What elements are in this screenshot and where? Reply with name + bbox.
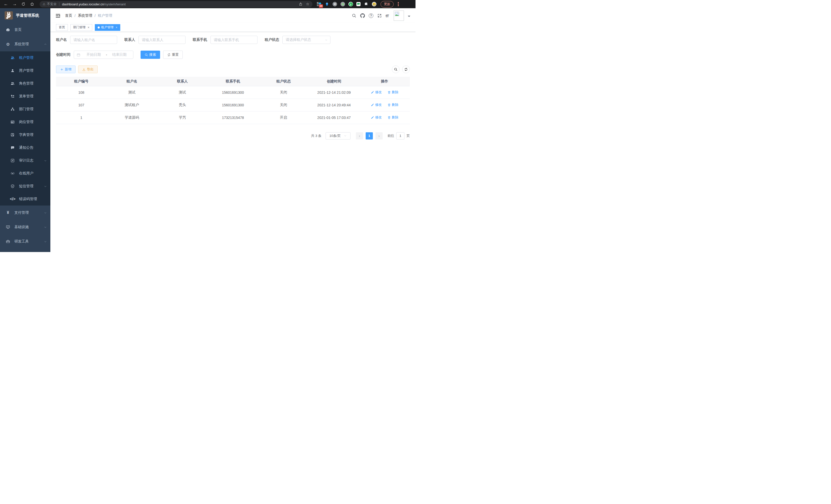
- sidebar-submenu-system: 租户管理 用户管理 角色管理 菜单管理 部门管理 岗位管理: [0, 51, 50, 206]
- edit-link[interactable]: 修改: [371, 90, 382, 94]
- tag-home[interactable]: 首页: [56, 24, 68, 31]
- sidebar-item-menu[interactable]: 菜单管理: [0, 90, 50, 103]
- delete-link[interactable]: 删除: [388, 102, 399, 107]
- search-button[interactable]: 搜索: [141, 51, 160, 59]
- contact-input[interactable]: [139, 36, 185, 44]
- sidebar-item-post[interactable]: 岗位管理: [0, 116, 50, 128]
- edit-link[interactable]: 修改: [371, 102, 382, 107]
- delete-link[interactable]: 删除: [388, 90, 399, 94]
- user-icon: [10, 68, 16, 73]
- toggle-search-circle-button[interactable]: [392, 65, 400, 73]
- breadcrumb-home[interactable]: 首页: [65, 13, 72, 18]
- github-icon[interactable]: [360, 13, 365, 18]
- chevron-down-icon: [44, 226, 47, 229]
- security-label[interactable]: 不安全: [47, 2, 57, 6]
- tag-tenant-active[interactable]: 租户管理 ×: [95, 24, 120, 31]
- export-button[interactable]: 导出: [78, 65, 98, 73]
- pencil-icon: [371, 116, 374, 119]
- monitor-icon: [5, 225, 11, 229]
- status-select[interactable]: 请选择租户状态: [282, 36, 331, 44]
- date-range-picker[interactable]: 开始日期 - 结束日期: [74, 51, 133, 59]
- share-icon[interactable]: [299, 2, 303, 6]
- page-size-select[interactable]: 10条/页: [325, 132, 350, 140]
- page-number-button[interactable]: 1: [366, 132, 373, 140]
- address-bar[interactable]: ⚠ 不安全 dashboard.yudao.iocoder.cn /system…: [39, 1, 312, 7]
- sidebar-item-payment[interactable]: ¥ 支付管理: [0, 206, 50, 220]
- sidebar-item-dev-tools[interactable]: 研发工具: [0, 234, 50, 249]
- next-page-button[interactable]: ›: [375, 132, 382, 140]
- breadcrumb-current: 租户管理: [98, 13, 112, 18]
- breadcrumb-section[interactable]: 系统管理: [78, 13, 92, 18]
- app-logo-block: 芋道管理系统: [0, 8, 50, 23]
- broadcast-user-icon: [10, 171, 16, 175]
- browser-update-button[interactable]: 更新: [380, 1, 394, 7]
- sidebar-item-error-code[interactable]: </> 错误码管理: [0, 192, 50, 206]
- col-status: 租户状态: [258, 77, 309, 86]
- col-tenant-id: 租户编号: [56, 77, 107, 86]
- fullscreen-icon[interactable]: [377, 13, 382, 18]
- refresh-icon: [167, 53, 171, 57]
- font-size-icon[interactable]: tT: [386, 13, 389, 18]
- search-form-row-1: 租户名 联系人 联系手机 租户状态 请选择租户状态: [56, 36, 410, 44]
- browser-forward-button[interactable]: →: [10, 1, 19, 7]
- sidebar-item-user[interactable]: 用户管理: [0, 64, 50, 77]
- refresh-circle-button[interactable]: [402, 65, 410, 73]
- sidebar-item-tenant[interactable]: 租户管理: [0, 51, 50, 64]
- chevron-down-icon: [344, 135, 347, 137]
- extension-yudao-icon[interactable]: y: [348, 2, 353, 6]
- tag-dept[interactable]: 部门管理 ×: [70, 24, 92, 31]
- sidebar-item-home[interactable]: 首页: [0, 23, 50, 37]
- avatar-dropdown-caret-icon[interactable]: [408, 16, 410, 18]
- chevron-down-icon: [325, 38, 327, 41]
- extension-chat-icon[interactable]: [356, 2, 361, 6]
- sidebar-item-system[interactable]: ⚙ 系统管理: [0, 37, 50, 51]
- tenant-name-input[interactable]: [70, 36, 117, 44]
- help-question-icon[interactable]: ?: [369, 13, 373, 18]
- date-end-placeholder: 结束日期: [108, 52, 131, 57]
- reset-button[interactable]: 重置: [163, 51, 183, 59]
- browser-back-button[interactable]: ←: [2, 1, 10, 7]
- pagination-total: 共 3 条: [311, 134, 321, 138]
- yen-icon: ¥: [5, 210, 11, 215]
- pagination: 共 3 条 10条/页 ‹ 1 › 前往 页: [56, 132, 410, 140]
- header-search-icon[interactable]: [352, 13, 356, 18]
- sidebar-item-role[interactable]: 角色管理: [0, 77, 50, 90]
- extension-command-icon[interactable]: ⌘: [333, 2, 337, 6]
- sidebar-item-online-users[interactable]: 在线用户: [0, 167, 50, 180]
- extensions-puzzle-icon[interactable]: [364, 2, 369, 6]
- extension-balloon-icon[interactable]: [324, 2, 329, 6]
- chevron-down-icon: [44, 185, 47, 188]
- profile-avatar-icon[interactable]: [372, 2, 376, 6]
- sidebar-item-dept[interactable]: 部门管理: [0, 103, 50, 116]
- table-header-row: 租户编号 租户名 联系人 联系手机 租户状态 创建时间 操作: [56, 77, 410, 86]
- edit-link[interactable]: 修改: [371, 115, 382, 120]
- sidebar-item-dict[interactable]: 字典管理: [0, 128, 50, 141]
- extension-tabs-icon[interactable]: 10: [317, 2, 321, 6]
- close-icon[interactable]: ×: [116, 26, 117, 29]
- sidebar-item-sms[interactable]: 短信管理: [0, 180, 50, 192]
- shield-icon: [10, 184, 16, 188]
- prev-page-button[interactable]: ‹: [356, 132, 363, 140]
- close-icon[interactable]: ×: [88, 26, 89, 29]
- tags-view-bar: 首页 部门管理 × 租户管理 ×: [50, 23, 416, 32]
- delete-link[interactable]: 删除: [388, 115, 399, 120]
- user-avatar-broken-image[interactable]: [394, 10, 404, 21]
- page-content: 租户名 联系人 联系手机 租户状态 请选择租户状态: [50, 32, 416, 252]
- add-button[interactable]: 新增: [56, 65, 76, 73]
- sidebar-item-notice[interactable]: 通知公告: [0, 141, 50, 154]
- phone-input[interactable]: [210, 36, 257, 44]
- phone-label: 联系手机: [193, 37, 207, 42]
- sidebar-item-audit-log[interactable]: 审计日志: [0, 154, 50, 167]
- page-unit-label: 页: [406, 134, 410, 138]
- bookmark-star-icon[interactable]: ☆: [306, 2, 309, 6]
- browser-reload-button[interactable]: [19, 1, 28, 7]
- goto-label: 前往: [388, 134, 394, 138]
- browser-home-button[interactable]: [28, 1, 36, 7]
- sidebar: 芋道管理系统 首页 ⚙ 系统管理 租户管理 用户管理 角色管理: [0, 8, 50, 252]
- browser-menu-kebab-icon[interactable]: [397, 2, 400, 6]
- search-icon: [145, 53, 148, 57]
- extension-recorder-icon[interactable]: [341, 2, 345, 6]
- goto-page-input[interactable]: [396, 132, 404, 140]
- sidebar-toggle-hamburger-icon[interactable]: [56, 13, 60, 18]
- sidebar-item-infrastructure[interactable]: 基础设施: [0, 220, 50, 234]
